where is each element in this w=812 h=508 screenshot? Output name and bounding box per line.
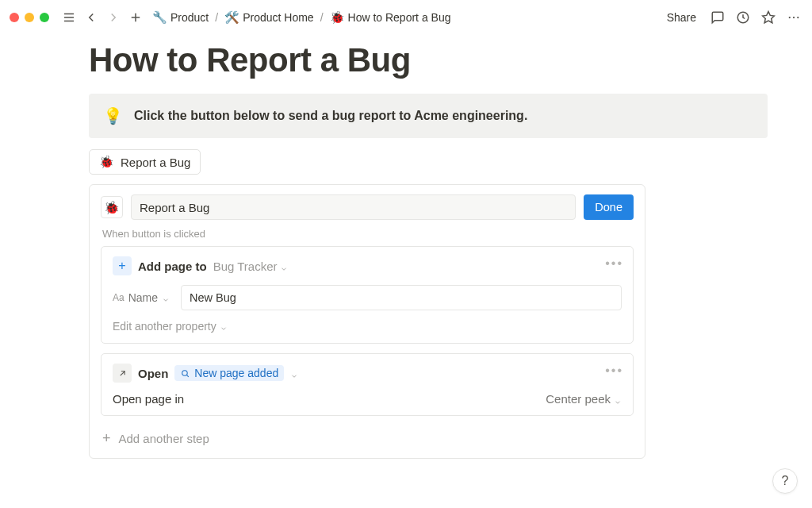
topbar: 🔧 Product / 🛠️ Product Home / 🐞 How to R… (0, 0, 812, 35)
breadcrumb: 🔧 Product / 🛠️ Product Home / 🐞 How to R… (149, 9, 454, 26)
bug-icon: 🐞 (104, 200, 120, 215)
menu-icon[interactable] (60, 9, 78, 26)
step-verb: Open (138, 367, 168, 380)
property-name-select[interactable]: Aa Name (113, 291, 174, 304)
new-tab-button[interactable] (127, 9, 144, 26)
button-label: Report a Bug (121, 156, 190, 169)
callout-block: 💡 Click the button below to send a bug r… (89, 94, 768, 138)
plus-icon: + (102, 430, 111, 447)
add-another-step[interactable]: + Add another step (101, 425, 634, 455)
step-add-page: ••• + Add page to Bug Tracker Aa Name Ed… (101, 246, 634, 344)
close-window-button[interactable] (10, 13, 19, 22)
chevron-down-icon[interactable] (290, 369, 298, 377)
favorite-icon[interactable] (760, 9, 777, 26)
open-in-value: Center peek (546, 392, 611, 406)
window-controls (10, 13, 49, 22)
svg-line-10 (120, 371, 124, 375)
svg-point-8 (793, 17, 795, 18)
breadcrumb-label: Product (170, 11, 209, 24)
plus-icon: + (113, 256, 132, 275)
chevron-down-icon (614, 395, 622, 403)
breadcrumb-separator: / (320, 11, 324, 24)
panel-header: 🐞 Done (101, 194, 634, 220)
breadcrumb-product-home[interactable]: 🛠️ Product Home (221, 9, 316, 26)
button-config-panel: 🐞 Done When button is clicked ••• + Add … (89, 184, 645, 459)
step-more-icon[interactable]: ••• (605, 256, 623, 271)
help-button[interactable]: ? (772, 468, 798, 494)
step-open-page: ••• Open New page added Open page in Cen… (101, 353, 634, 416)
back-button[interactable] (82, 9, 100, 26)
breadcrumb-label: Product Home (243, 11, 313, 24)
share-button[interactable]: Share (662, 10, 701, 25)
lightbulb-icon: 💡 (103, 106, 123, 125)
page-content: How to Report a Bug 💡 Click the button b… (0, 35, 812, 478)
history-icon[interactable] (734, 9, 752, 26)
token-label: New page added (194, 367, 278, 379)
step-verb: Add page to (138, 260, 207, 273)
bug-icon: 🐞 (330, 10, 345, 25)
page-token[interactable]: New page added (174, 365, 284, 381)
fullscreen-window-button[interactable] (40, 13, 49, 22)
svg-line-12 (187, 375, 189, 376)
breadcrumb-product[interactable]: 🔧 Product (149, 9, 212, 26)
svg-point-7 (789, 17, 791, 18)
property-name-input[interactable] (181, 285, 622, 310)
property-name-label: Name (128, 291, 158, 304)
step-more-icon[interactable]: ••• (605, 364, 623, 378)
search-icon (180, 368, 190, 379)
done-button[interactable]: Done (584, 194, 634, 220)
chevron-down-icon (220, 322, 228, 330)
button-emoji-picker[interactable]: 🐞 (101, 196, 123, 218)
forward-button[interactable] (105, 9, 122, 26)
open-in-label: Open page in (113, 392, 184, 406)
svg-point-11 (182, 370, 188, 375)
edit-another-property[interactable]: Edit another property (113, 320, 228, 333)
tools-icon: 🛠️ (224, 10, 239, 25)
comments-icon[interactable] (709, 9, 726, 26)
svg-point-9 (797, 17, 799, 18)
svg-marker-6 (763, 12, 775, 23)
report-bug-button[interactable]: 🐞 Report a Bug (89, 149, 201, 175)
page-title: How to Report a Bug (89, 41, 768, 79)
button-name-input[interactable] (131, 194, 576, 220)
database-select[interactable]: Bug Tracker (213, 260, 288, 273)
breadcrumb-current[interactable]: 🐞 How to Report a Bug (327, 9, 454, 26)
minimize-window-button[interactable] (25, 13, 34, 22)
when-clicked-label: When button is clicked (102, 228, 634, 240)
add-step-label: Add another step (119, 432, 209, 445)
database-name: Bug Tracker (213, 260, 278, 273)
more-icon[interactable] (785, 9, 802, 26)
wrench-icon: 🔧 (152, 10, 167, 25)
text-type-icon: Aa (113, 292, 124, 303)
topbar-actions: Share (662, 9, 802, 26)
open-arrow-icon (113, 364, 132, 383)
chevron-down-icon (162, 294, 170, 302)
callout-text: Click the button below to send a bug rep… (134, 109, 527, 123)
bug-icon: 🐞 (99, 155, 114, 169)
open-in-select[interactable]: Center peek (546, 392, 622, 406)
breadcrumb-separator: / (215, 11, 218, 24)
chevron-down-icon (280, 262, 288, 270)
breadcrumb-label: How to Report a Bug (348, 11, 451, 24)
